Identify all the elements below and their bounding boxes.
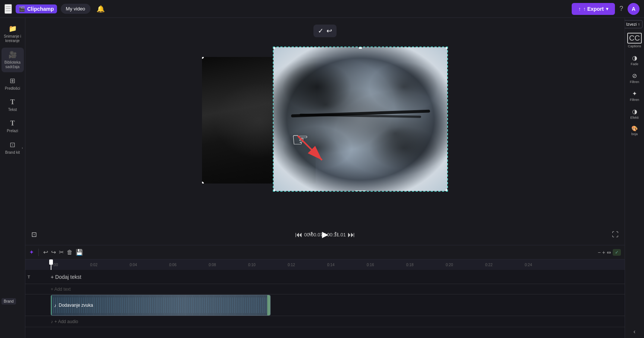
left-sidebar: 📁 Snimanje ikreiranje 🎥 Bibliotekasadrža… xyxy=(0,18,25,338)
notification-icon[interactable]: 🔔 xyxy=(97,5,105,13)
topbar: ☰ 🎬 Clipchamp My video 🔔 ↑ ↑ Export ▾ ? … xyxy=(0,0,644,18)
fullscreen-button[interactable]: ⛶ xyxy=(612,231,619,239)
skip-back-button[interactable]: ⏮ xyxy=(295,230,303,239)
cancel-button[interactable]: ↩ xyxy=(326,27,332,35)
brand-expand-icon: › xyxy=(22,146,23,150)
export-dropdown-icon[interactable]: ▾ xyxy=(606,6,608,12)
zoom-expand-button[interactable]: ⇔ xyxy=(607,249,611,255)
app-logo: 🎬 Clipchamp xyxy=(16,4,57,13)
add-audio-row: ♪ + Add audio xyxy=(25,316,625,327)
playhead[interactable] xyxy=(51,259,51,270)
video-clip-main[interactable] xyxy=(273,47,448,192)
fade-icon: ◑ xyxy=(632,54,637,61)
zoom-out-button[interactable]: − xyxy=(598,249,601,255)
delete-button[interactable]: 🗑 xyxy=(67,249,73,256)
tick-10: 0:10 xyxy=(248,263,288,267)
right-tool-captions[interactable]: CC Captions xyxy=(626,30,644,51)
confirm-toolbar: ✓ ↩ xyxy=(313,25,337,37)
avatar[interactable]: A xyxy=(628,3,640,15)
topbar-left: ☰ 🎬 Clipchamp My video 🔔 xyxy=(4,4,105,14)
cut-button[interactable]: ✂ xyxy=(59,249,64,256)
confirm-button[interactable]: ✓ xyxy=(318,27,323,35)
resize-handle-bl[interactable] xyxy=(273,189,275,192)
right-tool-fade[interactable]: ◑ Fade xyxy=(626,51,644,69)
templates-icon: ⊞ xyxy=(10,77,15,85)
tick-16: 0:16 xyxy=(367,263,406,267)
captions-label: Captions xyxy=(628,45,641,48)
add-audio-label: + Add audio xyxy=(54,319,78,324)
timeline-time-ruler: 0:00 0:02 0:04 0:06 0:08 0:10 0:12 0:14 … xyxy=(25,259,625,270)
video-bg-main-content xyxy=(274,47,447,191)
sidebar-item-library[interactable]: 🎥 Bibliotekasadržaja xyxy=(1,48,24,72)
clip-name: Dodavanje zvuka xyxy=(59,303,93,308)
clip-left-handle[interactable] xyxy=(51,295,54,315)
add-audio-icon: ♪ xyxy=(51,319,53,324)
project-name-button[interactable]: My video xyxy=(61,4,91,14)
resize-handle-top[interactable] xyxy=(359,47,362,49)
player-controls: ⊡ ⏮ ↺ ▶ ↻ ⏭ 00:00.07 / 00:11.01 ⛶ xyxy=(25,224,625,245)
help-icon[interactable]: ? xyxy=(619,5,623,13)
video-track-row: ♪ Dodavanje zvuka xyxy=(25,294,625,316)
resize-handle-tr[interactable] xyxy=(446,47,448,49)
sidebar-item-brand[interactable]: ⊡ Brand kit › xyxy=(1,138,24,158)
export-label: ↑ Export xyxy=(583,6,604,12)
sidebar-label-text: Tekst xyxy=(8,108,17,112)
skip-forward-button[interactable]: ⏭ xyxy=(348,230,355,239)
main-layout: 📁 Snimanje ikreiranje 🎥 Bibliotekasadrža… xyxy=(0,18,644,338)
toolbar-separator-1 xyxy=(38,249,39,256)
text-track-row: T + Dodaj tekst xyxy=(25,270,625,284)
zoom-in-button[interactable]: + xyxy=(602,249,605,255)
right-tool-effects[interactable]: ✦ Filtren xyxy=(626,87,644,105)
tree-shadow-1 xyxy=(282,62,351,112)
undo-button[interactable]: ↩ xyxy=(43,249,48,256)
right-tool-coloradj[interactable]: 🎨 boja xyxy=(626,122,644,139)
captions-icon: CC xyxy=(627,33,642,44)
sidebar-label-library: Bibliotekasadržaja xyxy=(4,60,20,69)
app-title: Clipchamp xyxy=(27,6,54,12)
hamburger-button[interactable]: ☰ xyxy=(4,4,12,14)
add-text-placeholder[interactable]: + Add text xyxy=(51,287,71,292)
tick-18: 0:18 xyxy=(406,263,446,267)
izvezi-label: Izvezi ↑ xyxy=(626,22,640,26)
timeline-toolbar: ✦ ↩ ↪ ✂ 🗑 💾 − + ⇔ ✓ xyxy=(25,245,625,259)
time-display: 00:00.07 / 00:11.01 xyxy=(304,232,346,237)
right-tool-filter[interactable]: ⊘ Filtren xyxy=(626,69,644,87)
sidebar-label-record: Snimanje ikreiranje xyxy=(4,34,21,43)
add-audio-button[interactable]: ♪ + Add audio xyxy=(51,319,78,324)
redo-button[interactable]: ↪ xyxy=(51,249,56,256)
brand-tooltip: Brand xyxy=(1,298,16,304)
sidebar-item-text[interactable]: T Tekst xyxy=(1,95,24,115)
magic-button[interactable]: ✦ xyxy=(29,249,34,256)
effects-label: Filtren xyxy=(630,98,639,102)
sidebar-item-transitions[interactable]: T Prelazi xyxy=(1,117,24,136)
video-track-clip[interactable]: ♪ Dodavanje zvuka xyxy=(51,295,271,316)
tree-shadow-3 xyxy=(282,126,351,169)
transitions-icon: T xyxy=(10,119,15,127)
coloradj-label: boja xyxy=(631,133,638,136)
timeline-area: ✦ ↩ ↪ ✂ 🗑 💾 − + ⇔ ✓ 0 xyxy=(25,245,625,338)
canvas-wrapper: ☞ xyxy=(202,47,448,195)
text-icon: T xyxy=(10,98,15,106)
resize-handle-bottom[interactable] xyxy=(355,191,366,192)
izvezi-row: Izvezi ↑ xyxy=(625,18,644,30)
sidebar-item-record[interactable]: 📁 Snimanje ikreiranje xyxy=(1,22,24,46)
clip-icon: ♪ xyxy=(54,302,57,308)
right-panel-collapse-button[interactable]: ‹ xyxy=(634,328,635,335)
screenshot-button[interactable]: ⊡ xyxy=(31,230,37,239)
filter-icon: ⊘ xyxy=(632,72,637,79)
save-button[interactable]: 💾 xyxy=(76,249,83,256)
corner-handle-br[interactable] xyxy=(445,189,448,192)
right-panel: Izvezi ↑ CC Captions ◑ Fade ⊘ Filtren ✦ … xyxy=(625,18,644,338)
auto-fit-badge: ✓ xyxy=(613,249,621,256)
resize-handle-tl[interactable] xyxy=(273,47,275,49)
export-button[interactable]: ↑ ↑ Export ▾ xyxy=(572,3,615,15)
tick-6: 0:06 xyxy=(169,263,209,267)
sidebar-item-templates[interactable]: ⊞ Predlošci xyxy=(1,74,24,94)
library-icon: 🎥 xyxy=(9,51,17,59)
clip-right-handle[interactable] xyxy=(267,295,270,315)
izvezi-button[interactable]: Izvezi ↑ xyxy=(624,20,643,28)
add-text-button[interactable]: + Dodaj tekst xyxy=(51,274,81,280)
text-track-icon: T xyxy=(28,275,30,279)
coloradj-icon: 🎨 xyxy=(631,125,638,131)
right-tool-color[interactable]: ◑ Efekti xyxy=(626,105,644,123)
